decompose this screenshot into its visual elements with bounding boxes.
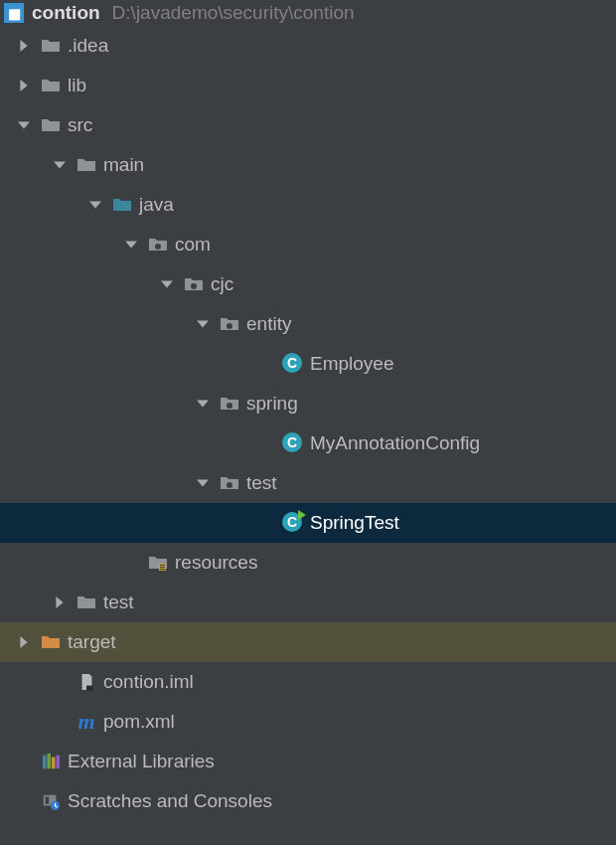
- tree-item-Employee[interactable]: CEmployee: [0, 344, 616, 384]
- maven-icon: m: [76, 711, 97, 733]
- tree-item-resources[interactable]: resources: [0, 543, 616, 583]
- project-name: contion: [32, 2, 100, 24]
- tree-item-label: target: [68, 631, 116, 653]
- chevron-right-icon[interactable]: [50, 592, 70, 612]
- resources-icon: [147, 552, 169, 574]
- package-icon: [147, 234, 169, 255]
- source-root-icon: [111, 194, 133, 216]
- chevron-down-icon[interactable]: [14, 115, 34, 135]
- class-icon: C: [282, 432, 304, 454]
- tree-item-label: java: [139, 194, 174, 216]
- chevron-down-icon[interactable]: [85, 195, 105, 215]
- tree-item-label: MyAnnotationConfig: [310, 432, 480, 454]
- chevron-down-icon[interactable]: [193, 394, 213, 414]
- chevron-down-icon[interactable]: [193, 473, 213, 493]
- target-icon: [40, 631, 62, 653]
- tree-item-scratches[interactable]: Scratches and Consoles: [0, 781, 616, 821]
- scratch-icon: [40, 790, 62, 812]
- tree-item-label: External Libraries: [68, 751, 215, 772]
- project-tree[interactable]: ◼ contion D:\javademo\security\contion .…: [0, 0, 616, 845]
- tree-item-ext-lib[interactable]: External Libraries: [0, 742, 616, 781]
- package-icon: [219, 472, 240, 494]
- tree-item-label: resources: [175, 552, 257, 574]
- tree-item-label: entity: [246, 313, 291, 335]
- folder-icon: [40, 35, 62, 57]
- tree-item-label: test: [103, 592, 134, 613]
- folder-icon: [40, 75, 62, 96]
- package-icon: [219, 313, 240, 335]
- tree-item-test[interactable]: test: [0, 583, 616, 622]
- tree-item-idea[interactable]: .idea: [0, 26, 616, 66]
- libs-icon: [40, 751, 62, 772]
- package-icon: [219, 393, 240, 415]
- tree-item-pom-xml[interactable]: mpom.xml: [0, 702, 616, 742]
- chevron-right-icon[interactable]: [14, 632, 34, 652]
- tree-item-label: main: [103, 154, 144, 176]
- chevron-down-icon[interactable]: [121, 235, 141, 254]
- iml-icon: [76, 671, 97, 693]
- tree-item-SpringTest[interactable]: CSpringTest: [0, 503, 616, 543]
- tree-item-main[interactable]: main: [0, 145, 616, 185]
- tree-item-label: com: [175, 234, 211, 255]
- tree-item-label: SpringTest: [310, 512, 399, 534]
- class-run-icon: C: [282, 512, 304, 534]
- tree-item-cjc[interactable]: cjc: [0, 264, 616, 304]
- chevron-right-icon[interactable]: [14, 76, 34, 95]
- tree-item-contion-iml[interactable]: contion.iml: [0, 662, 616, 702]
- package-icon: [183, 273, 205, 295]
- tree-item-label: pom.xml: [103, 711, 175, 733]
- folder-icon: [76, 592, 97, 613]
- tree-item-label: src: [68, 114, 92, 136]
- chevron-down-icon[interactable]: [193, 314, 213, 334]
- project-path: D:\javademo\security\contion: [112, 2, 355, 24]
- project-root[interactable]: ◼ contion D:\javademo\security\contion: [0, 0, 616, 26]
- tree-item-label: test: [246, 472, 277, 494]
- tree-item-target[interactable]: target: [0, 622, 616, 662]
- tree-item-entity[interactable]: entity: [0, 304, 616, 344]
- tree-item-spring[interactable]: spring: [0, 384, 616, 423]
- tree-item-label: Scratches and Consoles: [68, 790, 272, 812]
- module-icon: ◼: [4, 3, 24, 23]
- folder-icon: [40, 114, 62, 136]
- tree-item-testpkg[interactable]: test: [0, 463, 616, 503]
- folder-icon: [76, 154, 97, 176]
- tree-item-com[interactable]: com: [0, 225, 616, 264]
- tree-item-MyAnnotationConfig[interactable]: CMyAnnotationConfig: [0, 423, 616, 463]
- class-icon: C: [282, 353, 304, 375]
- tree-item-label: lib: [68, 75, 86, 96]
- tree-item-java[interactable]: java: [0, 185, 616, 225]
- tree-item-label: contion.iml: [103, 671, 194, 693]
- tree-item-label: cjc: [211, 273, 233, 295]
- tree-item-lib[interactable]: lib: [0, 66, 616, 105]
- tree-item-src[interactable]: src: [0, 105, 616, 145]
- chevron-down-icon[interactable]: [157, 274, 177, 294]
- chevron-down-icon[interactable]: [50, 155, 70, 175]
- tree-item-label: Employee: [310, 353, 394, 375]
- tree-item-label: spring: [246, 393, 298, 415]
- chevron-right-icon[interactable]: [14, 36, 34, 56]
- tree-item-label: .idea: [68, 35, 108, 57]
